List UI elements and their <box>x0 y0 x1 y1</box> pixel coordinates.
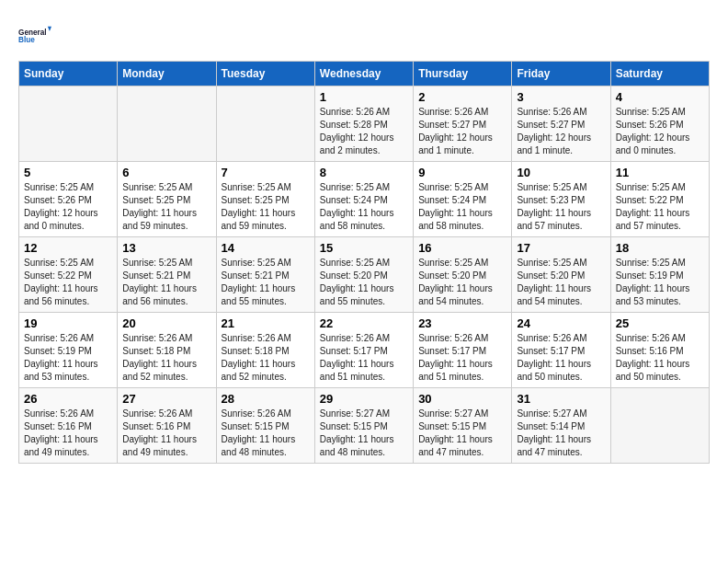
calendar-day-cell: 31Sunrise: 5:27 AMSunset: 5:14 PMDayligh… <box>512 388 610 464</box>
day-info: Sunrise: 5:26 AMSunset: 5:28 PMDaylight:… <box>320 106 408 157</box>
calendar-day-cell: 3Sunrise: 5:26 AMSunset: 5:27 PMDaylight… <box>512 86 610 162</box>
day-of-week-header: Sunday <box>19 62 118 86</box>
day-info: Sunrise: 5:26 AMSunset: 5:27 PMDaylight:… <box>517 106 605 157</box>
day-info: Sunrise: 5:26 AMSunset: 5:16 PMDaylight:… <box>616 332 704 384</box>
day-number: 20 <box>122 316 210 330</box>
day-number: 6 <box>122 166 210 179</box>
day-info: Sunrise: 5:26 AMSunset: 5:17 PMDaylight:… <box>320 332 408 384</box>
calendar-day-cell: 30Sunrise: 5:27 AMSunset: 5:15 PMDayligh… <box>414 388 512 464</box>
day-info: Sunrise: 5:26 AMSunset: 5:16 PMDaylight:… <box>24 408 112 459</box>
day-info: Sunrise: 5:25 AMSunset: 5:21 PMDaylight:… <box>122 257 210 308</box>
logo: General Blue <box>18 18 51 52</box>
day-info: Sunrise: 5:25 AMSunset: 5:25 PMDaylight:… <box>122 181 210 233</box>
day-of-week-header: Saturday <box>610 62 709 86</box>
calendar-day-cell: 8Sunrise: 5:25 AMSunset: 5:24 PMDaylight… <box>314 162 413 237</box>
day-number: 15 <box>320 241 408 255</box>
calendar-day-cell: 9Sunrise: 5:25 AMSunset: 5:24 PMDaylight… <box>414 162 512 237</box>
day-number: 7 <box>222 166 310 179</box>
day-of-week-header: Tuesday <box>216 62 314 86</box>
day-of-week-header: Friday <box>512 62 610 86</box>
calendar-day-cell: 12Sunrise: 5:25 AMSunset: 5:22 PMDayligh… <box>19 237 118 313</box>
logo-icon: General Blue <box>18 18 51 52</box>
calendar-day-cell: 29Sunrise: 5:27 AMSunset: 5:15 PMDayligh… <box>314 388 413 464</box>
day-info: Sunrise: 5:26 AMSunset: 5:19 PMDaylight:… <box>24 332 112 384</box>
day-number: 11 <box>616 166 704 179</box>
day-number: 13 <box>122 241 210 255</box>
calendar-week-row: 12Sunrise: 5:25 AMSunset: 5:22 PMDayligh… <box>19 237 710 313</box>
calendar-empty-cell <box>118 86 216 162</box>
day-number: 25 <box>616 316 704 330</box>
calendar-empty-cell <box>19 86 118 162</box>
calendar-day-cell: 5Sunrise: 5:25 AMSunset: 5:26 PMDaylight… <box>19 162 118 237</box>
day-number: 26 <box>24 392 112 406</box>
calendar-day-cell: 25Sunrise: 5:26 AMSunset: 5:16 PMDayligh… <box>610 313 709 388</box>
calendar-day-cell: 7Sunrise: 5:25 AMSunset: 5:25 PMDaylight… <box>216 162 314 237</box>
day-info: Sunrise: 5:25 AMSunset: 5:22 PMDaylight:… <box>616 181 704 233</box>
day-info: Sunrise: 5:25 AMSunset: 5:20 PMDaylight:… <box>517 257 605 308</box>
day-info: Sunrise: 5:25 AMSunset: 5:26 PMDaylight:… <box>24 181 112 233</box>
calendar-day-cell: 26Sunrise: 5:26 AMSunset: 5:16 PMDayligh… <box>19 388 118 464</box>
calendar-day-cell: 1Sunrise: 5:26 AMSunset: 5:28 PMDaylight… <box>314 86 413 162</box>
day-info: Sunrise: 5:26 AMSunset: 5:15 PMDaylight:… <box>222 408 310 459</box>
day-number: 1 <box>320 90 408 104</box>
calendar-day-cell: 28Sunrise: 5:26 AMSunset: 5:15 PMDayligh… <box>216 388 314 464</box>
day-number: 9 <box>418 166 506 179</box>
calendar-week-row: 5Sunrise: 5:25 AMSunset: 5:26 PMDaylight… <box>19 162 710 237</box>
day-info: Sunrise: 5:25 AMSunset: 5:24 PMDaylight:… <box>418 181 506 233</box>
day-info: Sunrise: 5:26 AMSunset: 5:16 PMDaylight:… <box>122 408 210 459</box>
day-number: 3 <box>517 90 605 104</box>
day-info: Sunrise: 5:26 AMSunset: 5:27 PMDaylight:… <box>418 106 506 157</box>
day-number: 16 <box>418 241 506 255</box>
calendar-day-cell: 21Sunrise: 5:26 AMSunset: 5:18 PMDayligh… <box>216 313 314 388</box>
day-number: 18 <box>616 241 704 255</box>
day-number: 31 <box>517 392 605 406</box>
day-number: 28 <box>222 392 310 406</box>
day-number: 17 <box>517 241 605 255</box>
day-number: 19 <box>24 316 112 330</box>
day-info: Sunrise: 5:25 AMSunset: 5:21 PMDaylight:… <box>222 257 310 308</box>
calendar-week-row: 1Sunrise: 5:26 AMSunset: 5:28 PMDaylight… <box>19 86 710 162</box>
calendar-week-row: 26Sunrise: 5:26 AMSunset: 5:16 PMDayligh… <box>19 388 710 464</box>
calendar-table: SundayMondayTuesdayWednesdayThursdayFrid… <box>18 61 710 464</box>
day-number: 22 <box>320 316 408 330</box>
day-number: 2 <box>418 90 506 104</box>
day-number: 27 <box>122 392 210 406</box>
calendar-day-cell: 2Sunrise: 5:26 AMSunset: 5:27 PMDaylight… <box>414 86 512 162</box>
day-info: Sunrise: 5:25 AMSunset: 5:22 PMDaylight:… <box>24 257 112 308</box>
calendar-header-row: SundayMondayTuesdayWednesdayThursdayFrid… <box>19 62 710 86</box>
calendar-empty-cell <box>216 86 314 162</box>
calendar-day-cell: 4Sunrise: 5:25 AMSunset: 5:26 PMDaylight… <box>610 86 709 162</box>
day-number: 29 <box>320 392 408 406</box>
calendar-day-cell: 16Sunrise: 5:25 AMSunset: 5:20 PMDayligh… <box>414 237 512 313</box>
svg-text:Blue: Blue <box>18 36 35 44</box>
calendar-day-cell: 11Sunrise: 5:25 AMSunset: 5:22 PMDayligh… <box>610 162 709 237</box>
calendar-day-cell: 23Sunrise: 5:26 AMSunset: 5:17 PMDayligh… <box>414 313 512 388</box>
day-number: 30 <box>418 392 506 406</box>
calendar-day-cell: 24Sunrise: 5:26 AMSunset: 5:17 PMDayligh… <box>512 313 610 388</box>
calendar-day-cell: 20Sunrise: 5:26 AMSunset: 5:18 PMDayligh… <box>118 313 216 388</box>
calendar-day-cell: 17Sunrise: 5:25 AMSunset: 5:20 PMDayligh… <box>512 237 610 313</box>
svg-marker-2 <box>48 27 51 31</box>
day-info: Sunrise: 5:27 AMSunset: 5:15 PMDaylight:… <box>320 408 408 459</box>
day-info: Sunrise: 5:26 AMSunset: 5:17 PMDaylight:… <box>517 332 605 384</box>
day-of-week-header: Thursday <box>414 62 512 86</box>
calendar-day-cell: 14Sunrise: 5:25 AMSunset: 5:21 PMDayligh… <box>216 237 314 313</box>
day-info: Sunrise: 5:27 AMSunset: 5:14 PMDaylight:… <box>517 408 605 459</box>
page-header: General Blue <box>18 18 710 52</box>
day-of-week-header: Monday <box>118 62 216 86</box>
day-number: 14 <box>222 241 310 255</box>
day-info: Sunrise: 5:26 AMSunset: 5:17 PMDaylight:… <box>418 332 506 384</box>
calendar-week-row: 19Sunrise: 5:26 AMSunset: 5:19 PMDayligh… <box>19 313 710 388</box>
day-info: Sunrise: 5:25 AMSunset: 5:20 PMDaylight:… <box>418 257 506 308</box>
day-info: Sunrise: 5:26 AMSunset: 5:18 PMDaylight:… <box>222 332 310 384</box>
day-number: 24 <box>517 316 605 330</box>
day-info: Sunrise: 5:25 AMSunset: 5:26 PMDaylight:… <box>616 106 704 157</box>
day-number: 4 <box>616 90 704 104</box>
calendar-empty-cell <box>610 388 709 464</box>
calendar-day-cell: 10Sunrise: 5:25 AMSunset: 5:23 PMDayligh… <box>512 162 610 237</box>
day-info: Sunrise: 5:25 AMSunset: 5:20 PMDaylight:… <box>320 257 408 308</box>
day-number: 21 <box>222 316 310 330</box>
day-number: 5 <box>24 166 112 179</box>
day-info: Sunrise: 5:26 AMSunset: 5:18 PMDaylight:… <box>122 332 210 384</box>
day-number: 23 <box>418 316 506 330</box>
